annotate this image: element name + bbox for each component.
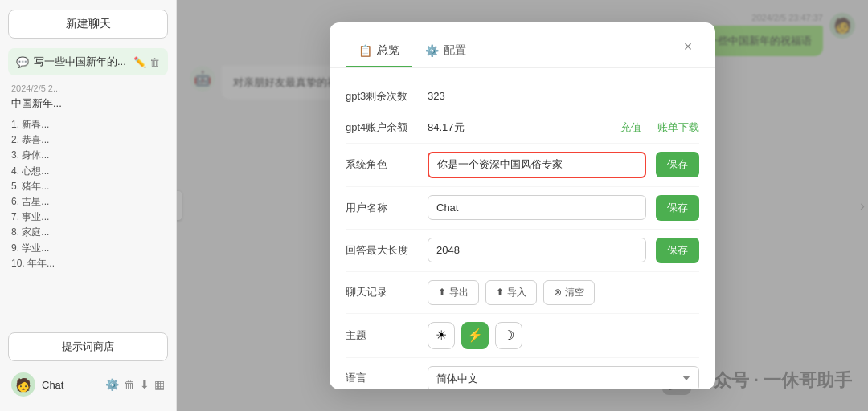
theme-row: 主题 ☀ ⚡ ☽	[346, 314, 699, 358]
language-label: 语言	[346, 371, 418, 385]
chat-records-row: 聊天记录 ⬆ 导出 ⬆ 导入 ⊗ 清空	[346, 272, 699, 314]
modal-close-button[interactable]: ×	[677, 36, 699, 59]
download-icon[interactable]: ⬇	[140, 378, 149, 391]
theme-buttons: ☀ ⚡ ☽	[428, 322, 699, 349]
tab-overview[interactable]: 📋 总览	[346, 35, 412, 67]
settings-icon[interactable]: ⚙️	[105, 378, 119, 391]
tab-config[interactable]: ⚙️ 配置	[412, 35, 479, 67]
clear-button[interactable]: ⊗ 清空	[543, 280, 595, 305]
config-tab-label: 配置	[444, 43, 466, 58]
gpt4-row: gpt4账户余额 84.17元 充值 账单下载	[346, 112, 699, 144]
chat-preview: 1. 新春... 2. 恭喜... 3. 身体... 4. 心想... 5. 猪…	[8, 116, 168, 273]
sidebar-bottom: 提示词商店 🧑 Chat ⚙️ 🗑 ⬇ ▦	[8, 332, 168, 401]
system-role-label: 系统角色	[346, 157, 418, 172]
trash-icon[interactable]: 🗑	[124, 378, 135, 391]
config-tab-icon: ⚙️	[425, 44, 439, 57]
import-label: 导入	[507, 286, 526, 299]
max-length-input[interactable]	[428, 238, 646, 262]
export-button[interactable]: ⬆ 导出	[428, 280, 479, 305]
max-length-save-button[interactable]: 保存	[656, 238, 699, 263]
chat-title: 中国新年...	[8, 95, 168, 116]
modal-body: gpt3剩余次数 323 gpt4账户余额 84.17元 充值 账单下载 系统角…	[330, 68, 715, 389]
grid-icon[interactable]: ▦	[154, 378, 165, 391]
chat-item-actions: ✏️ 🗑	[133, 56, 160, 68]
overview-tab-icon: 📋	[358, 44, 372, 57]
system-role-input[interactable]	[428, 152, 646, 178]
username-row: 用户名称 保存	[346, 187, 699, 230]
username-input[interactable]	[428, 195, 646, 220]
chat-records-actions: ⬆ 导出 ⬆ 导入 ⊗ 清空	[428, 280, 699, 305]
user-bar: 🧑 Chat ⚙️ 🗑 ⬇ ▦	[8, 368, 168, 401]
theme-light-button[interactable]: ☀	[428, 322, 455, 349]
username-save-button[interactable]: 保存	[656, 195, 699, 221]
chat-icon: 💬	[16, 56, 29, 68]
sidebar: 新建聊天 💬 写一些中国新年的... ✏️ 🗑 2024/2/5 2... 中国…	[0, 0, 177, 411]
max-length-row: 回答最大长度 保存	[346, 230, 699, 272]
export-label: 导出	[449, 286, 469, 299]
chat-list-item[interactable]: 💬 写一些中国新年的... ✏️ 🗑	[8, 48, 168, 75]
language-select[interactable]: 简体中文 繁體中文 English	[428, 366, 699, 389]
gpt3-row: gpt3剩余次数 323	[346, 81, 699, 112]
username-label: 用户名称	[346, 201, 418, 215]
theme-auto-button[interactable]: ☽	[495, 322, 522, 349]
modal-overlay[interactable]: 📋 总览 ⚙️ 配置 × gpt3剩余次数 323 gpt4账户余额	[177, 0, 868, 411]
theme-label: 主题	[346, 328, 418, 343]
chat-date: 2024/2/5 2...	[8, 80, 168, 95]
modal-header: 📋 总览 ⚙️ 配置 ×	[330, 22, 715, 68]
clear-icon: ⊗	[554, 287, 562, 298]
user-icons: ⚙️ 🗑 ⬇ ▦	[105, 378, 165, 391]
import-button[interactable]: ⬆ 导入	[485, 280, 537, 305]
import-icon: ⬆	[496, 287, 504, 298]
export-icon: ⬆	[438, 287, 446, 298]
user-name-label: Chat	[42, 379, 99, 391]
gpt3-value: 323	[428, 90, 699, 102]
avatar: 🧑	[11, 372, 35, 397]
max-length-label: 回答最大长度	[346, 243, 418, 258]
prompt-store-button[interactable]: 提示词商店	[8, 332, 168, 361]
system-role-row: 系统角色 保存	[346, 144, 699, 187]
clear-label: 清空	[565, 286, 584, 299]
main-chat-area: ‹ 2024/2/5 23:47:37 写一些中国新年的祝福语 🧑 🤖 对亲朋好…	[177, 0, 868, 411]
settings-modal: 📋 总览 ⚙️ 配置 × gpt3剩余次数 323 gpt4账户余额	[330, 22, 715, 389]
chat-records-label: 聊天记录	[346, 285, 418, 299]
system-role-save-button[interactable]: 保存	[656, 152, 699, 177]
language-row: 语言 简体中文 繁體中文 English	[346, 358, 699, 389]
recharge-link[interactable]: 充值	[620, 120, 641, 135]
overview-tab-label: 总览	[377, 43, 399, 58]
gpt3-label: gpt3剩余次数	[346, 89, 418, 104]
bill-link[interactable]: 账单下载	[657, 120, 699, 135]
gpt4-value: 84.17元	[428, 120, 604, 135]
gpt4-label: gpt4账户余额	[346, 120, 418, 135]
chat-item-text: 写一些中国新年的...	[34, 55, 129, 69]
new-chat-button[interactable]: 新建聊天	[8, 10, 168, 39]
theme-dark-button[interactable]: ⚡	[461, 322, 489, 349]
